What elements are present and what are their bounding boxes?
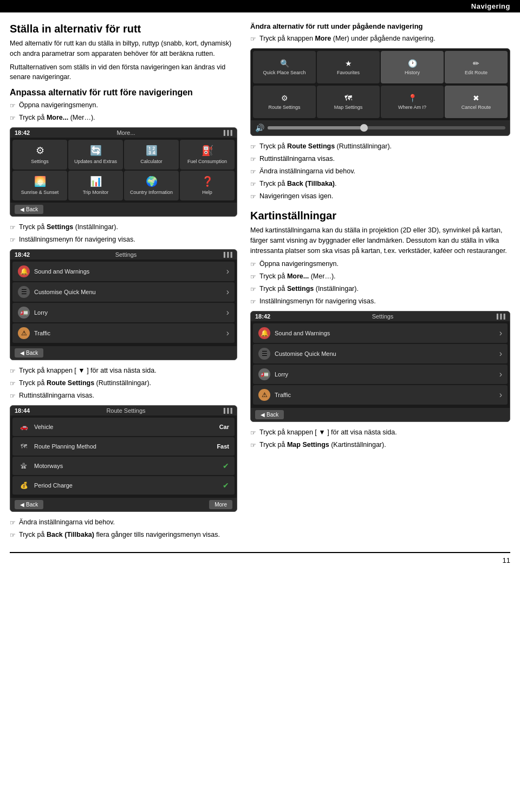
menu-item-calculator[interactable]: 🔢 Calculator (124, 140, 179, 170)
kart-bullet-arrow-5: ☞ (250, 428, 256, 438)
settings-item-lorry-2[interactable]: 🚛 Lorry › (253, 365, 508, 384)
settings-item-sound-label-2: Sound and Warnings (275, 330, 495, 336)
where-am-i-label: Where Am I? (398, 105, 426, 111)
trip-icon: 📊 (90, 176, 102, 187)
page-number: 11 (503, 556, 510, 564)
motorways-icon: 🛣 (18, 460, 30, 472)
bullet-arrow-icon-4: ☞ (10, 235, 16, 245)
bullet-8-text: Ändra inställningarna vid behov. (19, 517, 237, 528)
settings-item-sound[interactable]: 🔔 Sound and Warnings › (12, 262, 235, 281)
right-bullet-arrow-3: ☞ (250, 154, 256, 164)
settings-item-traffic-2[interactable]: ⚠ Traffic › (253, 385, 508, 405)
motorways-check-icon: ✔ (223, 462, 229, 470)
more-button-3[interactable]: More (209, 500, 232, 509)
scroll-right-icon-6: › (499, 349, 502, 359)
nav-title-3: Route Settings (106, 407, 145, 414)
kart-bullet-6-text: Tryck på Map Settings (Kartinställningar… (259, 440, 510, 450)
fuel-icon: ⛽ (202, 145, 213, 157)
quick-place-icon: 🔍 (280, 59, 289, 68)
menu-item-favourites[interactable]: ★ Favourites (317, 51, 380, 83)
page-header: Navigering (0, 0, 520, 12)
route-item-vehicle[interactable]: 🚗 Vehicle Car (12, 418, 235, 436)
kart-bullet-5: ☞ Tryck på knappen [ ▼ ] för att visa nä… (250, 427, 510, 438)
bullet-arrow-icon-6: ☞ (10, 379, 16, 388)
edit-route-label: Edit Route (465, 70, 487, 76)
bullet-3: ☞ Tryck på Settings (Inställningar). (10, 222, 237, 232)
menu-item-history[interactable]: 🕐 History (381, 51, 444, 83)
back-button-2[interactable]: ◀ Back (15, 348, 43, 358)
settings-item-quickmenu-2[interactable]: ☰ Customise Quick Menu › (253, 344, 508, 363)
settings-item-quickmenu-label: Customise Quick Menu (34, 289, 222, 295)
settings-item-quickmenu[interactable]: ☰ Customise Quick Menu › (12, 282, 235, 302)
route-item-planning-left: 🗺 Route Planning Method (18, 440, 96, 452)
menu-item-country[interactable]: 🌍 Country Information (124, 171, 179, 200)
menu-item-where-am-i[interactable]: 📍 Where Am I? (381, 86, 444, 118)
bullet-3-text: Tryck på Settings (Inställningar). (19, 222, 237, 232)
settings-item-sound-2[interactable]: 🔔 Sound and Warnings › (253, 323, 508, 343)
menu-item-quick-place[interactable]: 🔍 Quick Place Search (253, 51, 316, 83)
sunrise-icon: 🌅 (34, 176, 46, 187)
kart-bullet-arrow-4: ☞ (250, 297, 256, 307)
bullet-2: ☞ Tryck på More... (Mer…). (10, 113, 237, 123)
settings-icon: ⚙ (36, 145, 44, 157)
menu-item-country-label: Country Information (130, 190, 173, 196)
bullet-7: ☞ Ruttinställningarna visas. (10, 391, 237, 401)
kartinstallningar-para: Med kartinställningarna kan du ställa in… (250, 225, 510, 256)
menu-item-trip[interactable]: 📊 Trip Monitor (68, 171, 123, 200)
right-bullet-arrow-5: ☞ (250, 179, 256, 189)
right-bullet-2-text: Tryck på Route Settings (Ruttinställning… (259, 141, 510, 152)
menu-item-map-settings[interactable]: 🗺 Map Settings (317, 86, 380, 118)
menu-item-fuel[interactable]: ⛽ Fuel Consumption (180, 140, 235, 170)
back-arrow-icon: ◀ (20, 206, 24, 212)
route-item-motorways[interactable]: 🛣 Motorways ✔ (12, 457, 235, 475)
bullet-6: ☞ Tryck på Route Settings (Ruttinställni… (10, 378, 237, 388)
kart-bullet-2-text: Tryck på More... (Mer…). (259, 271, 510, 282)
kart-bullet-3: ☞ Tryck på Settings (Inställningar). (250, 284, 510, 294)
back-button-1[interactable]: ◀ Back (15, 205, 43, 214)
menu-item-route-settings[interactable]: ⚙ Route Settings (253, 86, 316, 118)
back-button-3[interactable]: ◀ Back (15, 500, 43, 509)
route-item-period[interactable]: 💰 Period Charge ✔ (12, 476, 235, 495)
volume-slider[interactable] (268, 126, 505, 129)
nav-time-4: 18:42 (255, 313, 270, 320)
settings-item-traffic[interactable]: ⚠ Traffic › (12, 323, 235, 343)
back-button-4[interactable]: ◀ Back (255, 410, 284, 419)
route-item-vehicle-left: 🚗 Vehicle (18, 421, 53, 433)
content-area: Ställa in alternativ för rutt Med altern… (0, 12, 520, 552)
map-settings-label: Map Settings (334, 105, 363, 111)
route-item-planning[interactable]: 🗺 Route Planning Method Fast (12, 437, 235, 456)
period-icon: 💰 (18, 479, 30, 491)
scroll-right-icon-8: › (499, 390, 502, 400)
bullet-9-text: Tryck på Back (Tillbaka) flera gånger ti… (19, 530, 237, 540)
bullet-7-text: Ruttinställningarna visas. (19, 391, 237, 401)
menu-item-cancel-route[interactable]: ✖ Cancel Route (445, 86, 508, 118)
volume-slider-fill (268, 126, 363, 129)
bullet-arrow-icon-2: ☞ (10, 113, 16, 123)
menu-item-updates[interactable]: 🔄 Updates and Extras (68, 140, 123, 170)
nav-title-4: Settings (372, 313, 394, 320)
nav-titlebar-4: 18:42 Settings ▐▐▐ (251, 311, 510, 321)
page-title: Navigering (471, 2, 510, 10)
bullet-6-text: Tryck på Route Settings (Ruttinställning… (19, 378, 237, 388)
menu-item-edit-route[interactable]: ✏ Edit Route (445, 51, 508, 83)
calculator-icon: 🔢 (146, 145, 158, 157)
screenshot-settings-1: 18:42 Settings ▐▐▐ 🔔 Sound and Warnings … (10, 249, 237, 360)
nav-more-label: More... (116, 129, 135, 136)
nav-back-bar-3: ◀ Back More (10, 498, 237, 511)
route-menu-grid-row2: ⚙ Route Settings 🗺 Map Settings 📍 Where … (251, 86, 510, 120)
bullet-1: ☞ Öppna navigeringsmenyn. (10, 100, 237, 111)
route-item-period-left: 💰 Period Charge (18, 479, 73, 491)
lorry-icon-2: 🚛 (258, 368, 270, 380)
menu-item-help[interactable]: ❓ Help (180, 171, 235, 200)
scroll-right-icon-7: › (499, 369, 502, 379)
nav-signal-3: ▐▐▐ (222, 408, 232, 413)
right-bullet-3-text: Ruttinställningarna visas. (259, 154, 510, 164)
screenshot-more-menu: 18:42 More... ▐▐▐ ⚙ Settings 🔄 Updates a… (10, 127, 237, 217)
menu-item-settings[interactable]: ⚙ Settings (12, 140, 67, 170)
bullet-arrow-icon-9: ☞ (10, 530, 16, 540)
screenshot-settings-2: 18:42 Settings ▐▐▐ 🔔 Sound and Warnings … (250, 311, 510, 422)
settings-item-lorry[interactable]: 🚛 Lorry › (12, 303, 235, 322)
menu-item-sunrise[interactable]: 🌅 Sunrise & Sunset (12, 171, 67, 200)
nav-time-3: 18:44 (15, 407, 30, 414)
route-item-motorways-left: 🛣 Motorways (18, 460, 63, 472)
